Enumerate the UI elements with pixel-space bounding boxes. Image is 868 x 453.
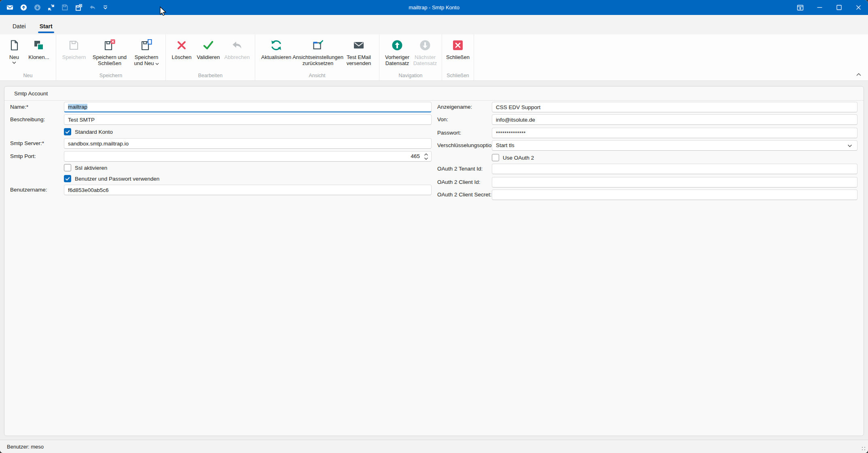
klonen-label: Klonen... — [28, 54, 49, 60]
delete-x-icon — [176, 39, 188, 51]
spinner-up-icon[interactable] — [424, 153, 428, 156]
title-bar: mailtrap - Smtp Konto — [0, 0, 868, 15]
ribbon-group-speichern: Speichern Speichern und Schließen Speich… — [56, 34, 166, 80]
standard-konto-checkbox[interactable] — [64, 128, 71, 135]
ribbon-group-ansicht: Aktualisieren Ansichtseinstellungen zurü… — [255, 34, 379, 80]
status-bar: Benutzer: meso — [0, 440, 868, 453]
section-title: Smtp Account — [4, 86, 864, 101]
minimize-button[interactable] — [810, 0, 829, 15]
undo-icon[interactable] — [89, 4, 96, 11]
smtp-port-input[interactable]: 465 — [64, 151, 432, 162]
smtp-account-panel: Smtp Account Name:* mailtrap Beschreibun… — [4, 86, 864, 436]
save-icon — [68, 39, 80, 51]
port-spinner[interactable] — [424, 153, 428, 160]
loeschen-button[interactable]: Löschen — [169, 38, 194, 60]
test-email-button[interactable]: Test EMail versenden — [342, 38, 376, 67]
circle-arrow-down-icon — [419, 39, 431, 51]
aktualisieren-button[interactable]: Aktualisieren — [258, 38, 294, 60]
von-input[interactable] — [492, 114, 857, 125]
spinner-down-icon[interactable] — [424, 157, 428, 160]
mouse-cursor — [158, 6, 167, 17]
naechster-datensatz-label: Nächster Datensatz — [412, 54, 438, 67]
naechster-datensatz-button[interactable]: Nächster Datensatz — [412, 38, 438, 67]
ribbon-tabs: Datei Start — [0, 15, 868, 34]
reset-view-icon — [312, 39, 324, 51]
standard-konto-row: Standard Konto — [64, 128, 113, 136]
qat-customize-icon[interactable] — [103, 5, 108, 10]
envelope-icon — [353, 39, 365, 51]
neu-button[interactable]: Neu — [3, 38, 25, 64]
quick-access-toolbar — [6, 4, 108, 11]
resize-grip[interactable] — [862, 447, 865, 450]
smtp-server-input[interactable] — [64, 138, 432, 149]
beschreibung-input[interactable] — [64, 114, 432, 125]
speichern-und-schliessen-button[interactable]: Speichern und Schließen — [89, 38, 131, 67]
collapse-ribbon-icon[interactable] — [856, 72, 862, 76]
ansichtseinstellungen-button[interactable]: Ansichtseinstellungen zurücksetzen — [294, 38, 342, 67]
test-email-label: Test EMail versenden — [342, 54, 376, 67]
smtp-server-label: Smtp Server:* — [10, 138, 44, 149]
aktualisieren-label: Aktualisieren — [261, 54, 291, 60]
clone-icon — [33, 39, 45, 51]
passwort-input[interactable] — [492, 128, 857, 138]
checkmark-icon — [202, 39, 214, 51]
schliessen-button[interactable]: Schließen — [445, 38, 470, 60]
save-icon[interactable] — [61, 4, 68, 11]
mail-icon[interactable] — [6, 4, 13, 11]
oauth-client-id-input[interactable] — [492, 177, 857, 188]
oauth-client-secret-input[interactable] — [492, 190, 857, 200]
ribbon-group-neu: Neu Klonen... Neu — [0, 34, 56, 80]
ribbon-display-options-icon — [797, 4, 804, 11]
content-area: Smtp Account Name:* mailtrap Beschreibun… — [0, 81, 868, 440]
verschluesselung-value: Start tls — [496, 142, 514, 148]
minimize-icon — [817, 4, 823, 11]
tab-datei[interactable]: Datei — [6, 20, 33, 34]
close-icon — [855, 4, 862, 11]
abbrechen-button[interactable]: Abbrechen — [222, 38, 252, 60]
save-and-close-icon[interactable] — [75, 4, 82, 11]
refresh-icon[interactable] — [48, 4, 55, 11]
name-input[interactable]: mailtrap — [64, 102, 432, 112]
window-title: mailtrap - Smtp Konto — [0, 4, 868, 11]
speichern-und-neu-button[interactable]: Speichern und Neu — [131, 38, 162, 67]
ribbon-group-navigation: Vorheriger Datensatz Nächster Datensatz … — [379, 34, 442, 80]
group-label-ansicht: Ansicht — [255, 73, 379, 78]
group-label-navigation: Navigation — [379, 73, 442, 78]
ssl-checkbox[interactable] — [64, 164, 71, 171]
validieren-button[interactable]: Validieren — [194, 38, 222, 60]
anzeigename-input[interactable] — [492, 102, 857, 112]
window-controls — [790, 0, 868, 15]
use-oauth-checkbox[interactable] — [492, 154, 499, 161]
oauth-tenant-input[interactable] — [492, 164, 857, 174]
benutzer-passwort-checkbox[interactable] — [64, 175, 71, 182]
benutzername-input[interactable] — [64, 185, 432, 195]
speichern-label: Speichern — [62, 54, 86, 60]
refresh-icon — [270, 39, 282, 51]
name-label: Name:* — [10, 102, 28, 112]
speichern-und-neu-label: Speichern und Neu — [131, 54, 162, 67]
oauth-client-id-label: OAuth 2 Client Id: — [437, 177, 481, 188]
ribbon-display-options-button[interactable] — [790, 0, 810, 15]
neu-label: Neu — [9, 54, 19, 60]
klonen-button[interactable]: Klonen... — [25, 38, 53, 60]
verschluesselung-select[interactable]: Start tls — [492, 140, 857, 151]
smtp-port-value: 465 — [411, 153, 420, 159]
close-button[interactable] — [849, 0, 868, 15]
benutzer-passwort-row: Benutzer und Passwort verwenden — [64, 175, 159, 183]
name-selected-text: mailtrap — [68, 104, 87, 110]
speichern-button[interactable]: Speichern — [59, 38, 89, 60]
abbrechen-label: Abbrechen — [224, 54, 250, 60]
previous-record-icon[interactable] — [20, 4, 27, 11]
next-record-icon[interactable] — [34, 4, 41, 11]
group-label-neu: Neu — [0, 73, 56, 78]
use-oauth-label: Use OAuth 2 — [503, 155, 534, 161]
vorheriger-datensatz-button[interactable]: Vorheriger Datensatz — [383, 38, 412, 67]
status-user: Benutzer: meso — [7, 444, 44, 450]
save-and-new-icon — [140, 39, 152, 51]
close-square-icon — [452, 39, 464, 51]
maximize-button[interactable] — [829, 0, 849, 15]
tab-start[interactable]: Start — [33, 20, 59, 34]
standard-konto-label: Standard Konto — [75, 129, 113, 135]
chevron-down-icon — [155, 63, 159, 65]
app-window: mailtrap - Smtp Konto Datei Start — [0, 0, 868, 453]
